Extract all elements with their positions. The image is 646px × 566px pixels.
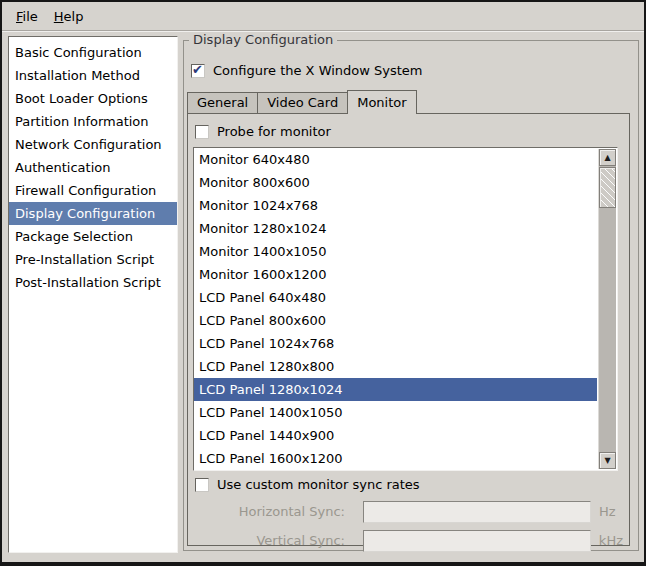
monitor-list: Monitor 640x480Monitor 800x600Monitor 10…	[193, 147, 618, 471]
monitor-list-item[interactable]: Monitor 1024x768	[194, 194, 597, 217]
monitor-list-item[interactable]: LCD Panel 640x480	[194, 286, 597, 309]
custom-sync-checkbox[interactable]: ✔	[195, 478, 209, 492]
display-configuration-frame: Display Configuration ✔ Configure the X …	[183, 40, 639, 551]
horizontal-sync-unit: Hz	[599, 504, 616, 519]
monitor-list-item[interactable]: LCD Panel 800x600	[194, 309, 597, 332]
vertical-sync-input	[363, 530, 591, 552]
kickstart-configurator-window: File Help Basic ConfigurationInstallatio…	[0, 0, 646, 566]
category-list-item[interactable]: Boot Loader Options	[9, 87, 177, 110]
category-list-item[interactable]: Partition Information	[9, 110, 177, 133]
probe-for-monitor-row: ✔ Probe for monitor	[195, 122, 623, 141]
scroll-up-icon: ▲	[604, 153, 610, 162]
monitor-list-item[interactable]: LCD Panel 1024x768	[194, 332, 597, 355]
category-list-item[interactable]: Package Selection	[9, 225, 177, 248]
horizontal-sync-row: Horizontal Sync: Hz	[193, 500, 623, 523]
tab[interactable]: Video Card	[257, 92, 348, 113]
display-notebook: GeneralVideo CardMonitor ✔ Probe for mon…	[187, 88, 630, 546]
monitor-list-item[interactable]: Monitor 1600x1200	[194, 263, 597, 286]
tab-bar: GeneralVideo CardMonitor	[187, 88, 630, 113]
configure-x-checkbox[interactable]: ✔	[191, 64, 205, 78]
menu-help-rest: elp	[64, 9, 84, 24]
monitor-list-item[interactable]: LCD Panel 1400x1050	[194, 401, 597, 424]
monitor-list-item[interactable]: Monitor 640x480	[194, 148, 597, 171]
monitor-list-item[interactable]: LCD Panel 1440x900	[194, 424, 597, 447]
menu-help[interactable]: Help	[46, 5, 92, 28]
tab[interactable]: General	[187, 92, 258, 113]
monitor-tab-panel: ✔ Probe for monitor Monitor 640x480Monit…	[187, 113, 630, 546]
vertical-sync-unit: kHz	[599, 533, 623, 548]
menu-file-rest: ile	[23, 9, 38, 24]
frame-legend: Display Configuration	[189, 32, 337, 47]
category-list-item[interactable]: Display Configuration	[9, 202, 177, 225]
monitor-list-item[interactable]: Monitor 1280x1024	[194, 217, 597, 240]
monitor-list-item[interactable]: Monitor 800x600	[194, 171, 597, 194]
scrollbar-thumb[interactable]	[599, 167, 616, 208]
configure-x-row: ✔ Configure the X Window System	[191, 63, 423, 78]
monitor-list-item[interactable]: LCD Panel 1600x1200	[194, 447, 597, 470]
scroll-down-icon: ▼	[604, 456, 610, 465]
check-icon: ✔	[192, 63, 203, 77]
custom-sync-label: Use custom monitor sync rates	[217, 477, 420, 492]
category-list-item[interactable]: Pre-Installation Script	[9, 248, 177, 271]
category-list-item[interactable]: Basic Configuration	[9, 41, 177, 64]
category-list-item[interactable]: Post-Installation Script	[9, 271, 177, 294]
menubar: File Help	[2, 2, 644, 31]
scroll-down-button[interactable]: ▼	[599, 452, 616, 469]
category-list-item[interactable]: Authentication	[9, 156, 177, 179]
configure-x-label: Configure the X Window System	[213, 63, 423, 78]
menu-file[interactable]: File	[8, 5, 46, 28]
probe-for-monitor-label: Probe for monitor	[217, 124, 331, 139]
horizontal-sync-input	[363, 501, 591, 523]
monitor-list-item[interactable]: Monitor 1400x1050	[194, 240, 597, 263]
menu-help-mnemonic: H	[54, 9, 64, 24]
vertical-sync-label: Vertical Sync:	[193, 533, 345, 548]
tab[interactable]: Monitor	[347, 90, 416, 114]
monitor-list-scrollbar[interactable]: ▲ ▼	[598, 149, 616, 469]
custom-sync-row: ✔ Use custom monitor sync rates	[195, 475, 623, 494]
category-list-item[interactable]: Network Configuration	[9, 133, 177, 156]
monitor-list-item[interactable]: LCD Panel 1280x1024	[194, 378, 597, 401]
monitor-list-item[interactable]: LCD Panel 1280x800	[194, 355, 597, 378]
category-list-item[interactable]: Installation Method	[9, 64, 177, 87]
probe-for-monitor-checkbox[interactable]: ✔	[195, 125, 209, 139]
category-list-item[interactable]: Firewall Configuration	[9, 179, 177, 202]
category-list: Basic ConfigurationInstallation MethodBo…	[8, 36, 178, 553]
vertical-sync-row: Vertical Sync: kHz	[193, 529, 623, 552]
scroll-up-button[interactable]: ▲	[599, 149, 616, 166]
horizontal-sync-label: Horizontal Sync:	[193, 504, 345, 519]
